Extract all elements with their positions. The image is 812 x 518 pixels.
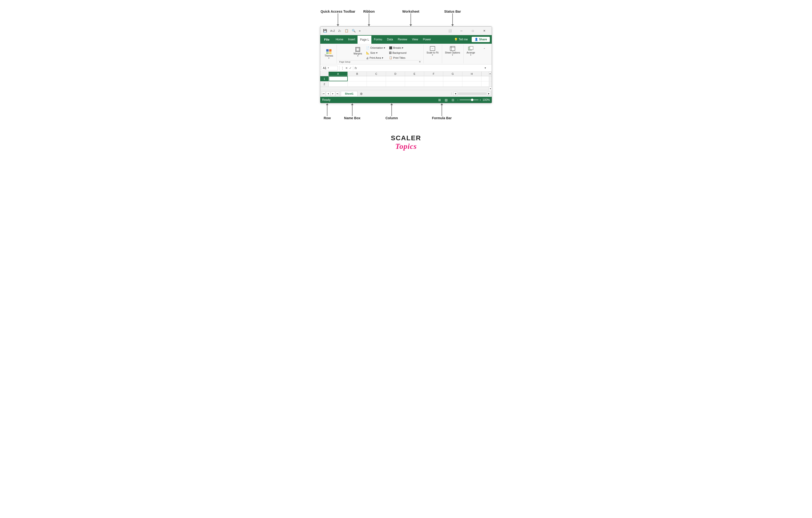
cell-d2[interactable] [386, 81, 405, 86]
svg-rect-13 [450, 47, 455, 48]
window-maximize-icon[interactable]: □ [467, 27, 478, 34]
print-titles-button[interactable]: 📋 Print Titles [387, 55, 408, 60]
sort-icon[interactable]: Z↕ [338, 29, 342, 33]
horiz-scroll-right[interactable]: ► [487, 92, 491, 96]
tell-me[interactable]: 💡 Tell me [452, 37, 470, 42]
page-layout-view-button[interactable]: ▤ [443, 97, 449, 103]
margins-button[interactable]: Margins ▼ [352, 46, 364, 58]
page-setup-expand-icon[interactable]: ⧉ [419, 61, 420, 63]
scroll-row-bottom: ▼ [320, 87, 492, 90]
cell-c2[interactable] [367, 81, 386, 86]
arrange-icon [468, 46, 473, 51]
cell-c1[interactable] [367, 76, 386, 81]
name-box[interactable]: A1 ▼ [321, 66, 338, 71]
cell-a2[interactable] [329, 81, 348, 86]
confirm-icon[interactable]: ✓ [349, 66, 352, 70]
menu-item-review[interactable]: Review [396, 35, 410, 44]
window-restore-icon[interactable]: ⬜ [444, 27, 456, 34]
ribbon-collapse: ⌃ [479, 45, 490, 63]
col-header-d[interactable]: D [386, 72, 405, 76]
arrow-up-icon [390, 103, 393, 105]
normal-view-button[interactable]: ⊞ [437, 97, 442, 103]
tab-nav-prev[interactable]: ◄ [326, 91, 330, 96]
tab-nav-next[interactable]: ► [331, 91, 335, 96]
col-header-g[interactable]: G [443, 72, 462, 76]
topics-brand-text: Topics [395, 142, 417, 151]
window-close-icon[interactable]: ✕ [479, 27, 490, 34]
col-header-h[interactable]: H [462, 72, 482, 76]
tab-nav-last[interactable]: ►| [336, 91, 340, 96]
breaks-button[interactable]: ⬛ Breaks ▾ [387, 46, 408, 50]
menu-item-power[interactable]: Power [420, 35, 433, 44]
print-area-button[interactable]: 🖨 Print Area ▾ [365, 56, 387, 60]
sheet-tab-dots[interactable]: ⋮ [450, 92, 453, 95]
menu-file[interactable]: File [320, 35, 333, 44]
col-header-f[interactable]: F [424, 72, 443, 76]
row-scroll-2 [489, 81, 492, 86]
arrow-up-icon [326, 103, 328, 105]
share-button[interactable]: 👤 Share [472, 37, 490, 42]
menu-item-home[interactable]: Home [333, 35, 346, 44]
row-num-2[interactable]: 2 [320, 81, 329, 86]
cell-b1[interactable] [348, 76, 367, 81]
arrange-button[interactable]: Arrange ▼ [465, 45, 476, 57]
cell-b2[interactable] [348, 81, 367, 86]
menu-item-formulas[interactable]: Formu [371, 35, 384, 44]
sheet-tab-sheet1[interactable]: Sheet1 [341, 91, 357, 96]
save-icon[interactable]: 💾 [322, 28, 328, 33]
themes-button[interactable]: Themes ▼ [323, 48, 335, 60]
cell-f2[interactable] [424, 81, 443, 86]
arrow-down-icon [337, 24, 339, 26]
orientation-button[interactable]: 📄 Orientation ▾ [365, 46, 387, 50]
page-break-view-button[interactable]: ⊟ [450, 97, 456, 103]
cell-e1[interactable] [405, 76, 424, 81]
undo-sort-icon[interactable]: A↕Z [329, 29, 336, 33]
search-icon[interactable]: 🔍 [351, 28, 356, 33]
cell-h2[interactable] [462, 81, 482, 86]
annotation-formula-bar: Formula Bar [415, 103, 468, 120]
cell-f1[interactable] [424, 76, 443, 81]
zoom-minus-icon[interactable]: − [457, 99, 458, 101]
zoom-thumb[interactable] [471, 99, 473, 101]
horiz-scroll-left[interactable]: ◄ [454, 92, 457, 96]
clipboard-icon[interactable]: 📋 [344, 28, 349, 33]
scroll-track[interactable] [458, 92, 487, 95]
collapse-ribbon-button[interactable]: ⌃ [479, 46, 490, 52]
cell-e2[interactable] [405, 81, 424, 86]
menu-right: 💡 Tell me 👤 Share [452, 37, 492, 42]
zoom-plus-icon[interactable]: + [480, 99, 481, 101]
table-row: 2 [320, 81, 492, 87]
row-scroll-1[interactable] [489, 76, 492, 81]
more-commands-icon[interactable]: » [358, 28, 361, 33]
menu-item-view[interactable]: View [410, 35, 420, 44]
row-num-1[interactable]: 1 [320, 76, 329, 81]
add-sheet-button[interactable]: ⊕ [358, 91, 364, 97]
cell-a1[interactable] [329, 76, 348, 81]
zoom-track[interactable] [460, 100, 478, 100]
ribbon-group-page-setup: Margins ▼ 📄 Orientation ▾ 📐 Size ▾ [337, 45, 424, 63]
col-header-a[interactable]: A [329, 72, 348, 76]
menu-item-data[interactable]: Data [384, 35, 395, 44]
scale-to-fit-button[interactable]: ↔ Scale to Fit ▼ [425, 45, 440, 57]
cell-d1[interactable] [386, 76, 405, 81]
window-minimize-icon[interactable]: ─ [456, 27, 467, 34]
menu-item-page-layout[interactable]: Page L [357, 35, 371, 44]
size-button[interactable]: 📐 Size ▾ [365, 51, 387, 55]
background-button[interactable]: 🖼 Background [387, 51, 408, 55]
cell-g1[interactable] [443, 76, 462, 81]
formula-bar-expand-icon[interactable]: ▼ [480, 65, 491, 72]
menu-item-insert[interactable]: Insert [346, 35, 357, 44]
col-header-c[interactable]: C [367, 72, 386, 76]
background-icon: 🖼 [389, 51, 392, 54]
zoom-slider[interactable]: − + [457, 99, 481, 101]
scroll-up-btn[interactable]: ▲ [489, 72, 492, 75]
col-header-e[interactable]: E [405, 72, 424, 76]
cell-g2[interactable] [443, 81, 462, 86]
cell-h1[interactable] [462, 76, 482, 81]
sheet-options-button[interactable]: Sheet Options ▼ [443, 45, 461, 57]
tab-nav-first[interactable]: |◄ [321, 91, 325, 96]
col-header-b[interactable]: B [348, 72, 367, 76]
cancel-icon[interactable]: ✕ [345, 66, 348, 70]
formula-input[interactable] [358, 66, 479, 70]
scroll-down-btn[interactable]: ▼ [489, 87, 492, 90]
